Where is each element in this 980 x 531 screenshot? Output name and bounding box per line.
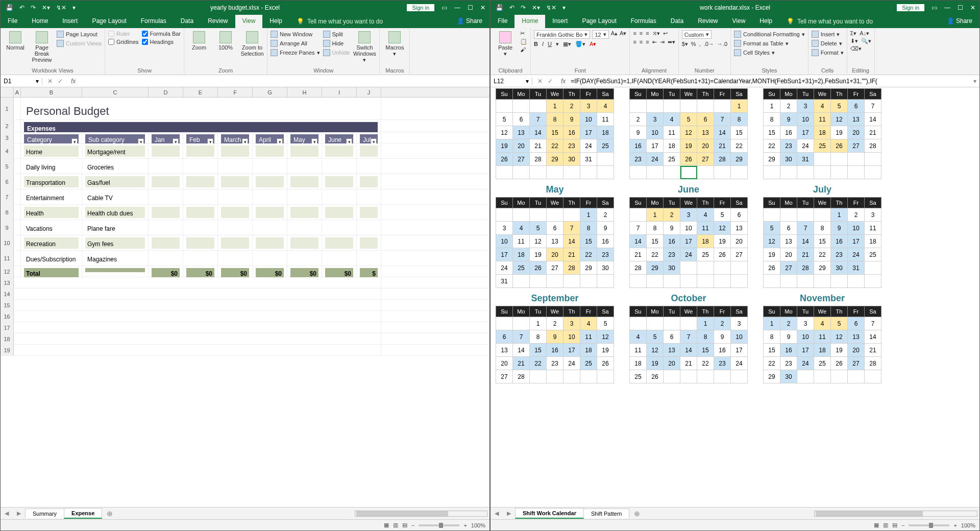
day-cell[interactable]: 11 [865, 222, 881, 235]
indent-inc-icon[interactable]: ⇥ [660, 39, 665, 45]
tab-review[interactable]: Review [201, 15, 235, 28]
row-header[interactable]: 7 [1, 189, 14, 205]
day-cell[interactable]: 17 [731, 344, 748, 357]
day-cell[interactable]: 9 [597, 222, 614, 235]
day-cell[interactable] [513, 317, 530, 330]
cell[interactable]: Mortgage/rent [82, 143, 149, 159]
qat-more-icon[interactable]: ▾ [562, 4, 566, 11]
day-cell[interactable] [547, 275, 564, 288]
cell[interactable] [357, 235, 381, 251]
day-cell[interactable]: 27 [848, 139, 865, 153]
day-cell[interactable]: 21 [865, 344, 881, 357]
view-normal-icon[interactable]: ▦ [874, 522, 879, 528]
day-cell[interactable]: 29 [647, 261, 664, 275]
day-cell[interactable]: 2 [630, 113, 647, 126]
day-cell[interactable] [530, 370, 547, 383]
day-cell[interactable] [597, 275, 614, 288]
day-cell[interactable] [530, 275, 547, 288]
day-cell[interactable]: 24 [580, 139, 597, 153]
headings-checkbox[interactable]: Headings [142, 38, 181, 45]
day-cell[interactable]: 22 [764, 357, 780, 370]
day-cell[interactable]: 5 [714, 208, 731, 222]
day-cell[interactable] [848, 153, 865, 166]
maximize-icon[interactable]: ☐ [958, 4, 963, 11]
day-cell[interactable]: 10 [731, 330, 748, 344]
row-header[interactable]: 6 [1, 174, 14, 189]
day-cell[interactable] [564, 370, 580, 383]
insert-cells-button[interactable]: Insert ▾ [812, 30, 840, 38]
day-cell[interactable] [797, 370, 814, 383]
day-cell[interactable] [630, 317, 647, 330]
day-cell[interactable]: 8 [547, 113, 564, 126]
zoom-in-icon[interactable]: + [953, 522, 957, 528]
day-cell[interactable]: 13 [513, 126, 530, 139]
day-cell[interactable] [865, 153, 881, 166]
day-cell[interactable] [731, 261, 748, 275]
day-cell[interactable] [714, 100, 731, 113]
tab-formulas[interactable]: Formulas [624, 15, 664, 28]
cell[interactable] [218, 189, 253, 205]
cell[interactable] [14, 345, 381, 356]
row-header[interactable]: 12 [1, 266, 14, 277]
day-cell[interactable]: 13 [664, 344, 680, 357]
cell-styles-button[interactable]: Cell Styles ▾ [734, 49, 775, 57]
day-cell[interactable]: 17 [496, 248, 513, 261]
day-cell[interactable] [865, 370, 881, 383]
day-cell[interactable]: 3 [797, 100, 814, 113]
day-cell[interactable]: 20 [547, 248, 564, 261]
day-cell[interactable] [597, 153, 614, 166]
day-cell[interactable]: 30 [564, 153, 580, 166]
minimize-icon[interactable]: — [944, 4, 950, 11]
cell[interactable] [149, 159, 183, 174]
day-cell[interactable]: 1 [764, 317, 780, 330]
cell[interactable] [149, 189, 183, 205]
cell[interactable] [183, 189, 218, 205]
cell[interactable] [14, 266, 21, 277]
day-cell[interactable]: 21 [797, 248, 814, 261]
day-cell[interactable]: 2 [780, 317, 797, 330]
day-cell[interactable]: 18 [814, 126, 831, 139]
format-cells-button[interactable]: Format ▾ [812, 49, 844, 57]
day-cell[interactable] [680, 317, 697, 330]
day-cell[interactable] [664, 100, 680, 113]
cell[interactable] [14, 143, 21, 159]
cut-icon[interactable]: ✂ [520, 30, 527, 37]
cell[interactable] [149, 205, 183, 220]
day-cell[interactable]: 28 [714, 153, 731, 166]
day-cell[interactable]: 30 [780, 370, 797, 383]
cell[interactable]: Groceries [82, 159, 149, 174]
day-cell[interactable]: 31 [848, 261, 865, 275]
minimize-icon[interactable]: — [454, 4, 460, 11]
cell[interactable]: Daily living [21, 159, 82, 174]
day-cell[interactable]: 22 [731, 139, 748, 153]
cell[interactable] [218, 159, 253, 174]
copy-icon[interactable]: 📋 [520, 38, 527, 45]
normal-view-button[interactable]: Normal [4, 30, 27, 52]
share-button[interactable]: 👤 Share [450, 15, 489, 28]
day-cell[interactable]: 24 [496, 261, 513, 275]
day-cell[interactable]: 19 [680, 139, 697, 153]
indent-dec-icon[interactable]: ⇤ [652, 39, 657, 45]
sheet-nav-next[interactable]: ▶ [13, 510, 25, 517]
align-left-icon[interactable]: ≡ [633, 39, 636, 45]
tab-formulas[interactable]: Formulas [134, 15, 174, 28]
view-normal-icon[interactable]: ▦ [384, 522, 389, 528]
day-cell[interactable]: 6 [731, 208, 748, 222]
expand-formula-icon[interactable]: ▾ [970, 78, 979, 85]
day-cell[interactable] [865, 166, 881, 179]
day-cell[interactable]: 25 [580, 357, 597, 370]
day-cell[interactable]: 10 [680, 222, 697, 235]
cell[interactable]: March▾ [218, 132, 253, 143]
cancel-icon[interactable]: ✕ [47, 78, 53, 85]
undo-icon[interactable]: ↶ [19, 4, 24, 11]
day-cell[interactable] [547, 370, 564, 383]
day-cell[interactable] [731, 370, 748, 383]
day-cell[interactable]: 19 [597, 344, 614, 357]
border-button[interactable]: ▦▾ [563, 41, 571, 47]
undo-icon[interactable]: ↶ [509, 4, 514, 11]
cell[interactable] [14, 300, 381, 311]
day-cell[interactable] [865, 261, 881, 275]
day-cell[interactable] [697, 370, 714, 383]
day-cell[interactable]: 25 [630, 370, 647, 383]
day-cell[interactable]: 25 [664, 153, 680, 166]
